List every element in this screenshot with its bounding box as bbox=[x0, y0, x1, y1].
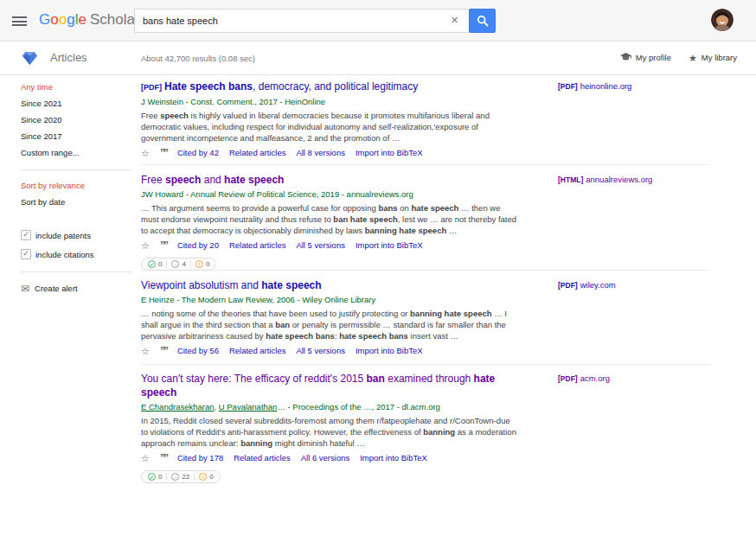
badge-contrasting-count: 0 bbox=[206, 260, 209, 268]
sort-option-sort-by-date[interactable]: Sort by date bbox=[21, 198, 131, 207]
result-divider bbox=[141, 364, 709, 365]
import-bibtex-link[interactable]: Import into BibTeX bbox=[356, 240, 423, 250]
date-filter-custom-range-[interactable]: Custom range... bbox=[21, 149, 131, 157]
cite-quote-icon[interactable]: ”” bbox=[160, 348, 167, 354]
filter-checkbox-list: ✓include patents✓include citations bbox=[21, 230, 131, 259]
versions-link[interactable]: All 6 versions bbox=[301, 453, 350, 463]
result-actions: ☆””Cited by 42Related articlesAll 8 vers… bbox=[141, 148, 522, 157]
badge-contrasting-icon: ! bbox=[195, 260, 203, 268]
import-bibtex-link[interactable]: Import into BibTeX bbox=[360, 453, 427, 463]
search-result-3: Viewpoint absolutism and hate speechE He… bbox=[141, 278, 522, 355]
badge-supporting-icon: ✓ bbox=[148, 260, 156, 268]
result-authors: J Weinstein - Const. Comment., 2017 - He… bbox=[141, 97, 522, 106]
date-filter-any-time[interactable]: Any time bbox=[21, 83, 131, 92]
fulltext-format-tag: [PDF] bbox=[558, 374, 578, 383]
badge-contrasting-count: 0 bbox=[209, 473, 213, 481]
scholar-wordmark: Scholar bbox=[90, 11, 140, 28]
citation-stats-badge[interactable]: ✓0-4!0 bbox=[141, 258, 216, 271]
badge-mentioning: -4 bbox=[167, 260, 190, 268]
related-articles-link[interactable]: Related articles bbox=[229, 346, 285, 355]
google-scholar-logo[interactable]: GoogleScholar bbox=[39, 11, 140, 29]
badge-contrasting-icon: ! bbox=[199, 473, 207, 481]
result-title-link[interactable]: Viewpoint absolutism and hate speech bbox=[141, 278, 522, 292]
badge-mentioning: -22 bbox=[167, 473, 195, 481]
import-bibtex-link[interactable]: Import into BibTeX bbox=[356, 148, 423, 157]
badge-supporting: ✓0 bbox=[144, 260, 167, 268]
cited-by-link[interactable]: Cited by 178 bbox=[177, 453, 223, 463]
articles-gem-icon[interactable] bbox=[22, 52, 37, 65]
result-snippet: … This argument seems to provide a power… bbox=[141, 202, 518, 236]
date-filter-since-2017[interactable]: Since 2017 bbox=[21, 132, 131, 141]
filter-include-patents[interactable]: ✓include patents bbox=[21, 230, 131, 240]
badge-mentioning-count: 22 bbox=[182, 473, 189, 481]
cite-quote-icon[interactable]: ”” bbox=[160, 455, 167, 462]
checkbox-icon: ✓ bbox=[21, 249, 31, 259]
badge-mentioning-icon: - bbox=[171, 260, 179, 268]
versions-link[interactable]: All 5 versions bbox=[296, 346, 345, 355]
fulltext-link[interactable]: [PDF]wiley.com bbox=[558, 280, 616, 290]
result-title-link[interactable]: [PDF]Hate speech bans, democracy, and po… bbox=[141, 80, 522, 94]
cite-quote-icon[interactable]: ”” bbox=[160, 242, 167, 249]
sort-option-list: Sort by relevanceSort by date bbox=[21, 182, 131, 207]
versions-link[interactable]: All 8 versions bbox=[296, 148, 345, 157]
pdf-tag: [PDF] bbox=[141, 83, 162, 92]
result-snippet: Free speech is highly valued in liberal … bbox=[141, 110, 518, 144]
search-result-1: [PDF]Hate speech bans, democracy, and po… bbox=[141, 80, 522, 157]
versions-link[interactable]: All 5 versions bbox=[296, 240, 345, 250]
save-star-icon[interactable]: ☆ bbox=[141, 149, 150, 157]
related-articles-link[interactable]: Related articles bbox=[229, 148, 285, 157]
envelope-icon: ✉ bbox=[21, 284, 29, 293]
result-snippet: … noting some of the theories that have … bbox=[141, 308, 518, 341]
result-divider bbox=[141, 164, 709, 165]
create-alert-button[interactable]: ✉ Create alert bbox=[21, 284, 131, 293]
result-snippet: In 2015, Reddit closed several subreddit… bbox=[141, 415, 518, 449]
fulltext-link[interactable]: [HTML]annualreviews.org bbox=[558, 175, 652, 184]
date-filter-since-2020[interactable]: Since 2020 bbox=[21, 116, 131, 124]
badge-supporting-icon: ✓ bbox=[148, 473, 156, 481]
menu-icon[interactable] bbox=[12, 16, 27, 26]
badge-contrasting: !0 bbox=[191, 260, 214, 268]
related-articles-link[interactable]: Related articles bbox=[229, 240, 285, 250]
result-actions: ☆””Cited by 20Related articlesAll 5 vers… bbox=[141, 240, 522, 250]
result-title-link[interactable]: Free speech and hate speech bbox=[141, 173, 522, 187]
filter-label: include patents bbox=[35, 231, 91, 240]
related-articles-link[interactable]: Related articles bbox=[234, 453, 290, 463]
fulltext-format-tag: [PDF] bbox=[558, 281, 578, 290]
results-list: [PDF]Hate speech bans, democracy, and po… bbox=[141, 0, 709, 536]
filter-label: include citations bbox=[35, 250, 94, 259]
fulltext-source: heinonline.org bbox=[580, 81, 632, 91]
fulltext-format-tag: [HTML] bbox=[558, 175, 583, 184]
cited-by-link[interactable]: Cited by 42 bbox=[177, 148, 219, 157]
import-bibtex-link[interactable]: Import into BibTeX bbox=[356, 346, 423, 355]
save-star-icon[interactable]: ☆ bbox=[141, 241, 150, 250]
citation-stats-badge[interactable]: ✓0-22!0 bbox=[141, 470, 221, 483]
fulltext-link[interactable]: [PDF]heinonline.org bbox=[558, 81, 631, 91]
avatar[interactable] bbox=[711, 9, 734, 31]
badge-supporting-count: 0 bbox=[158, 260, 162, 268]
badge-supporting: ✓0 bbox=[144, 473, 167, 481]
cited-by-link[interactable]: Cited by 20 bbox=[177, 240, 219, 250]
sort-option-sort-by-relevance[interactable]: Sort by relevance bbox=[21, 182, 131, 190]
fulltext-link[interactable]: [PDF]acm.org bbox=[558, 373, 610, 383]
sidebar-divider bbox=[21, 271, 131, 272]
search-result-2: Free speech and hate speechJW Howard - A… bbox=[141, 173, 522, 271]
cite-quote-icon[interactable]: ”” bbox=[160, 150, 167, 156]
result-authors: E Chandrasekharan, U Pavalanathan… - Pro… bbox=[141, 402, 522, 412]
badge-mentioning-count: 4 bbox=[182, 260, 185, 268]
cited-by-link[interactable]: Cited by 56 bbox=[177, 346, 219, 355]
result-actions: ☆””Cited by 178Related articlesAll 6 ver… bbox=[141, 453, 522, 463]
date-filter-list: Any timeSince 2021Since 2020Since 2017Cu… bbox=[21, 83, 131, 157]
date-filter-since-2021[interactable]: Since 2021 bbox=[21, 99, 131, 108]
author-link[interactable]: U Pavalanathan bbox=[219, 402, 278, 412]
fulltext-source: wiley.com bbox=[580, 280, 616, 290]
author-link[interactable]: E Chandrasekharan bbox=[141, 402, 215, 412]
save-star-icon[interactable]: ☆ bbox=[141, 347, 150, 355]
badge-supporting-count: 0 bbox=[158, 473, 162, 481]
filter-include-citations[interactable]: ✓include citations bbox=[21, 249, 131, 259]
sidebar-divider bbox=[21, 169, 131, 170]
result-authors: E Heinze - The Modern Law Review, 2006 -… bbox=[141, 295, 522, 304]
result-title-link[interactable]: You can't stay here: The efficacy of red… bbox=[141, 372, 522, 399]
save-star-icon[interactable]: ☆ bbox=[141, 454, 150, 463]
create-alert-label: Create alert bbox=[35, 284, 78, 293]
google-wordmark: Google bbox=[39, 11, 86, 28]
